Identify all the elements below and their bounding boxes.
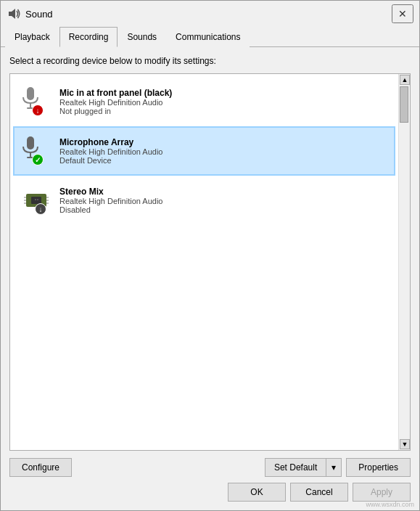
set-default-dropdown-button[interactable]: ▾ bbox=[326, 458, 342, 477]
device-list-container: ↓ Mic in at front panel (black) Realtek … bbox=[9, 73, 411, 451]
device-name-stereo-mix: Stereo Mix bbox=[59, 187, 162, 197]
svg-rect-4 bbox=[27, 136, 34, 150]
tab-communications[interactable]: Communications bbox=[166, 27, 250, 47]
device-info-mic-front: Mic in at front panel (black) Realtek Hi… bbox=[59, 88, 172, 115]
device-icon-wrapper-mic-front: ↓ bbox=[20, 86, 52, 118]
device-driver-stereo-mix: Realtek High Definition Audio bbox=[59, 197, 162, 205]
svg-point-16 bbox=[37, 199, 38, 200]
device-icon-wrapper-mic-array: ✓ bbox=[20, 135, 52, 167]
tab-recording[interactable]: Recording bbox=[59, 27, 118, 47]
scroll-down-button[interactable]: ▼ bbox=[400, 439, 410, 449]
device-info-mic-array: Microphone Array Realtek High Definition… bbox=[59, 137, 162, 165]
watermark: www.wsxdn.com bbox=[366, 501, 414, 508]
tab-bar: Playback Recording Sounds Communications bbox=[1, 27, 419, 47]
device-icon-wrapper-stereo-mix: ↓ bbox=[20, 184, 52, 216]
scroll-thumb[interactable] bbox=[400, 86, 408, 123]
svg-rect-1 bbox=[27, 87, 34, 100]
apply-button[interactable]: Apply bbox=[353, 483, 411, 502]
device-driver-mic-array: Realtek High Definition Audio bbox=[59, 147, 162, 156]
scroll-up-button[interactable]: ▲ bbox=[400, 75, 410, 85]
device-driver-mic-front: Realtek High Definition Audio bbox=[59, 98, 172, 107]
configure-button[interactable]: Configure bbox=[9, 458, 72, 477]
device-status-stereo-mix: Disabled bbox=[59, 205, 162, 214]
device-item-mic-array[interactable]: ✓ Microphone Array Realtek High Definiti… bbox=[13, 126, 395, 176]
dialog-button-row: OK Cancel Apply bbox=[9, 483, 411, 502]
device-name-mic-front: Mic in at front panel (black) bbox=[59, 88, 172, 98]
device-list: ↓ Mic in at front panel (black) Realtek … bbox=[10, 74, 398, 450]
device-status-mic-array: Default Device bbox=[59, 156, 162, 165]
sound-icon bbox=[7, 7, 21, 21]
cancel-button[interactable]: Cancel bbox=[290, 483, 348, 502]
status-badge-stereo-mix: ↓ bbox=[35, 203, 46, 215]
close-button[interactable]: ✕ bbox=[392, 4, 413, 23]
scrollbar[interactable]: ▲ ▼ bbox=[398, 74, 410, 450]
svg-point-15 bbox=[35, 199, 36, 200]
svg-rect-5 bbox=[30, 152, 31, 157]
tab-sounds[interactable]: Sounds bbox=[118, 27, 166, 47]
set-default-button-group: Set Default ▾ bbox=[265, 458, 342, 477]
status-badge-mic-array: ✓ bbox=[32, 154, 44, 165]
tab-playback[interactable]: Playback bbox=[5, 27, 59, 47]
window-title: Sound bbox=[25, 9, 392, 20]
properties-button[interactable]: Properties bbox=[346, 458, 411, 477]
device-info-stereo-mix: Stereo Mix Realtek High Definition Audio… bbox=[59, 187, 162, 214]
instruction-text: Select a recording device below to modif… bbox=[9, 56, 411, 66]
device-name-mic-array: Microphone Array bbox=[59, 137, 162, 147]
set-default-group: Set Default ▾ Properties bbox=[265, 458, 411, 477]
status-badge-mic-front: ↓ bbox=[32, 105, 44, 116]
set-default-button[interactable]: Set Default bbox=[265, 458, 326, 477]
device-item-mic-front[interactable]: ↓ Mic in at front panel (black) Realtek … bbox=[13, 77, 395, 126]
ok-button[interactable]: OK bbox=[228, 483, 286, 502]
sound-dialog: Sound ✕ Playback Recording Sounds Commun… bbox=[0, 0, 420, 511]
device-status-mic-front: Not plugged in bbox=[59, 107, 172, 115]
svg-marker-0 bbox=[9, 9, 15, 19]
button-row-bottom: Configure Set Default ▾ Properties bbox=[9, 458, 411, 477]
svg-rect-2 bbox=[30, 103, 31, 107]
title-bar: Sound ✕ bbox=[1, 1, 419, 27]
device-item-stereo-mix[interactable]: ↓ Stereo Mix Realtek High Definition Aud… bbox=[13, 176, 395, 225]
content-area: Select a recording device below to modif… bbox=[1, 47, 419, 510]
